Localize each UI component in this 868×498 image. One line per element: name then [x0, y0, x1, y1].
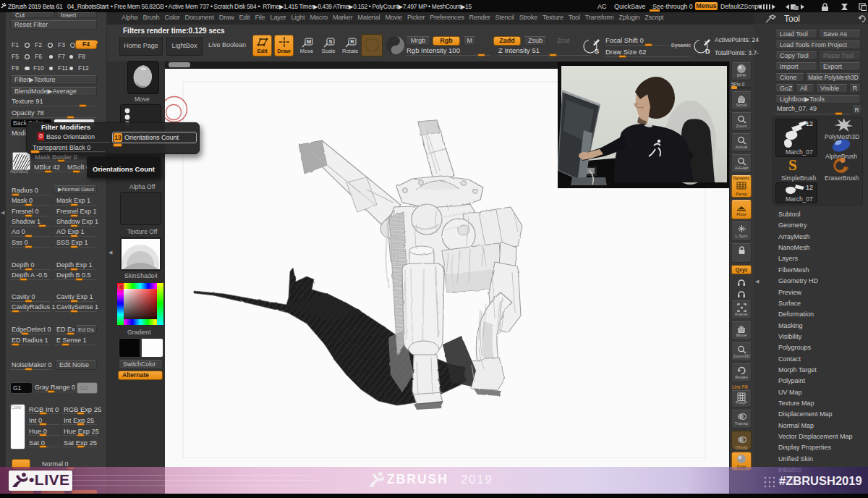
- svg-text:S: S: [328, 38, 332, 45]
- svg-text:S: S: [595, 48, 599, 55]
- svg-text:R: R: [350, 38, 354, 45]
- svg-text:M: M: [306, 38, 310, 45]
- svg-text:D: D: [705, 48, 710, 55]
